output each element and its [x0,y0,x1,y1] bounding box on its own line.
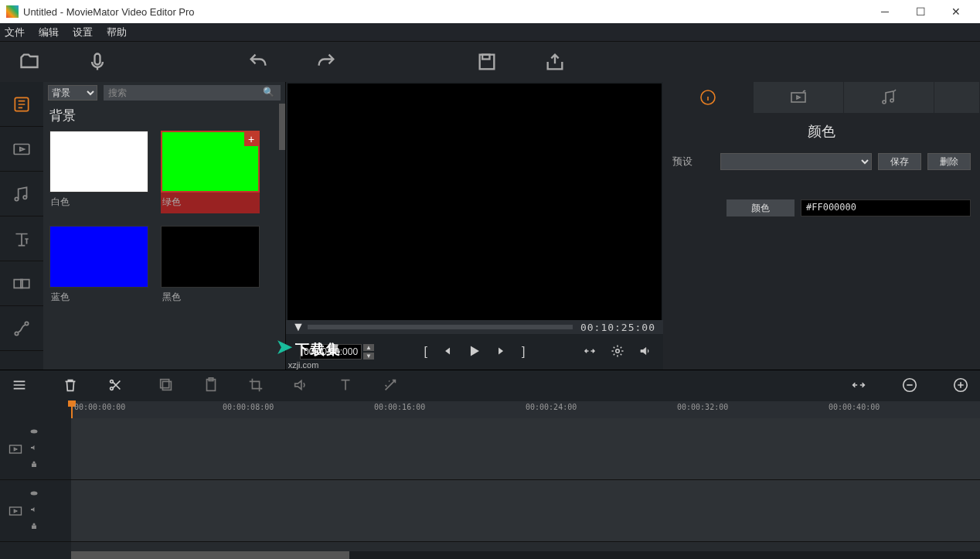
close-button[interactable]: ✕ [938,0,974,23]
properties-panel: 颜色 预设 保存 删除 颜色 #FF000000 [663,82,980,370]
thumb-black[interactable]: 黑色 [161,226,260,307]
menu-file[interactable]: 文件 [5,26,25,39]
library-scrollbar[interactable] [279,104,285,150]
settings-icon[interactable] [611,344,624,360]
visibility-icon[interactable] [29,489,39,500]
color-button[interactable]: 颜色 [726,199,795,216]
title-bar: Untitled - MovieMator Video Editor Pro ─… [0,0,980,23]
timeline-menu-icon[interactable] [11,377,28,396]
track-mute-icon[interactable] [29,443,39,455]
preview-duration: 00:10:25:00 [580,322,655,333]
magic-icon[interactable] [382,377,399,396]
tab-effects[interactable] [0,306,43,351]
export-icon[interactable] [544,51,566,73]
svg-point-14 [883,101,886,104]
paste-icon[interactable] [202,377,219,396]
delete-preset-button[interactable]: 删除 [927,153,971,170]
visibility-icon[interactable] [29,427,39,438]
timeline-tracks [0,418,980,559]
prop-tab-audio[interactable] [844,82,934,113]
prop-tab-video[interactable] [754,82,843,113]
volume-icon[interactable] [638,344,652,360]
save-preset-button[interactable]: 保存 [878,153,921,170]
tab-transition[interactable] [0,261,43,306]
color-value[interactable]: #FF000000 [801,199,971,216]
track-head-video1[interactable] [0,418,71,480]
svg-rect-18 [162,381,171,390]
main-area: 背景 搜索 🔍 背景 白色 + 绿色 蓝色 黑色 [0,82,980,370]
next-frame-icon[interactable] [495,344,509,360]
fit-icon[interactable] [583,344,597,360]
zoom-in-icon[interactable] [952,377,969,396]
tab-text[interactable] [0,216,43,261]
zoom-fit-icon[interactable] [850,377,867,396]
spin-up-icon[interactable]: ▲ [363,344,374,351]
thumb-label: 黑色 [161,288,260,307]
search-placeholder: 搜索 [108,87,127,100]
svg-point-10 [25,322,28,325]
category-select[interactable]: 背景 [48,85,97,101]
save-icon[interactable] [476,51,498,73]
maximize-button[interactable]: ☐ [903,0,938,23]
window-title: Untitled - MovieMator Video Editor Pro [23,6,195,18]
undo-icon[interactable] [247,51,269,73]
svg-point-9 [15,332,18,335]
ruler-tick: 00:00:32:00 [677,403,728,411]
tab-audio[interactable] [0,172,43,216]
timeline-ruler[interactable]: 00:00:00:00 00:00:08:00 00:00:16:00 00:0… [71,401,980,418]
track-row[interactable] [71,418,980,480]
track-body[interactable] [71,418,980,559]
track-row[interactable] [71,480,980,542]
lock-icon[interactable] [29,521,39,533]
svg-point-16 [111,387,114,390]
menu-settings[interactable]: 设置 [73,26,93,39]
copy-icon[interactable] [158,377,175,396]
thumb-green[interactable]: + 绿色 [161,131,260,213]
svg-rect-31 [32,526,36,530]
search-icon: 🔍 [263,87,274,97]
position-field[interactable]: 00:00:00:000 [300,344,362,360]
zoom-out-icon[interactable] [901,377,918,396]
prop-tab-info[interactable] [663,82,753,113]
prev-frame-icon[interactable] [440,344,454,360]
timeline-hscroll[interactable] [71,551,980,559]
in-point-icon[interactable]: [ [424,345,427,359]
preview-seekbar[interactable] [308,325,573,329]
svg-point-5 [15,197,18,200]
menu-bar: 文件 编辑 设置 帮助 [0,23,980,42]
preview-panel: ▼ 00:10:25:00 00:00:00:000 ▲▼ [ ] [286,82,663,370]
crop-icon[interactable] [247,377,264,396]
out-point-icon[interactable]: ] [522,345,525,359]
redo-icon[interactable] [315,51,337,73]
minimize-button[interactable]: ─ [867,0,903,23]
thumb-blue[interactable]: 蓝色 [49,226,148,307]
prop-tab-extra [934,82,979,113]
thumb-white[interactable]: 白色 [49,131,148,213]
media-library: 背景 搜索 🔍 背景 白色 + 绿色 蓝色 黑色 [43,82,286,370]
text-tool-icon[interactable] [337,377,354,396]
track-mute-icon[interactable] [29,505,39,516]
search-input[interactable]: 搜索 🔍 [104,85,281,101]
microphone-icon[interactable] [87,51,108,73]
props-title: 颜色 [672,122,971,141]
tab-media[interactable] [0,82,43,127]
spin-down-icon[interactable]: ▼ [363,353,374,360]
menu-edit[interactable]: 编辑 [39,26,59,39]
cut-icon[interactable] [107,377,124,396]
delete-icon[interactable] [62,377,79,396]
library-heading: 背景 [43,104,285,131]
tab-video[interactable] [0,127,43,172]
svg-rect-19 [161,379,169,387]
open-file-icon[interactable] [19,51,40,73]
play-icon[interactable] [466,343,483,362]
lock-icon[interactable] [29,459,39,471]
preset-select[interactable] [720,153,872,170]
thumb-label: 绿色 [161,193,260,212]
preview-marker-icon[interactable]: ▼ [292,320,305,334]
svg-point-17 [111,380,114,383]
add-icon[interactable]: + [244,132,258,146]
menu-help[interactable]: 帮助 [107,26,127,39]
mute-icon[interactable] [292,377,309,396]
thumb-label: 白色 [49,193,148,212]
track-head-video2[interactable] [0,480,71,542]
